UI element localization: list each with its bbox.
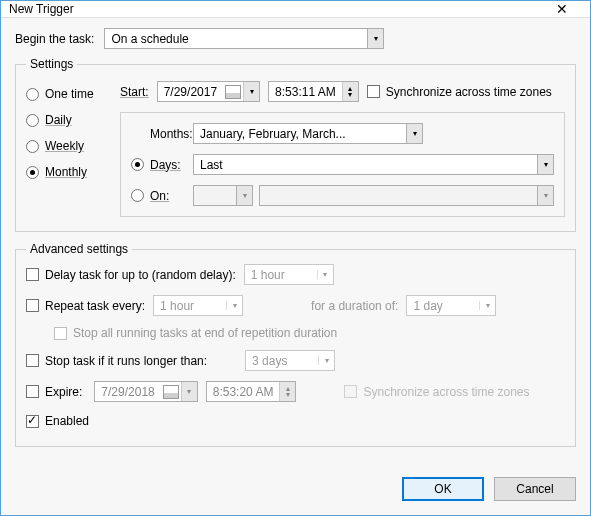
- radio-icon: [131, 158, 144, 171]
- chevron-down-icon: ▾: [537, 155, 553, 174]
- expire-row: Expire: 7/29/2018 ▾ 8:53:20 AM ▴▾ Synchr…: [26, 381, 565, 402]
- radio-icon: [26, 140, 39, 153]
- begin-task-label: Begin the task:: [15, 32, 94, 46]
- stop-if-label: Stop task if it runs longer than:: [45, 354, 207, 368]
- spinner-icon: ▴▾: [342, 82, 358, 101]
- delay-value: 1 hour: [245, 268, 317, 282]
- calendar-icon: [163, 385, 179, 399]
- stop-if-select[interactable]: 3 days ▾: [245, 350, 335, 371]
- advanced-group: Advanced settings Delay task for up to (…: [15, 242, 576, 447]
- sync-timezones-checkbox[interactable]: Synchronize across time zones: [367, 85, 552, 99]
- radio-icon: [26, 88, 39, 101]
- months-select[interactable]: January, February, March... ▾: [193, 123, 423, 144]
- stop-all-row: Stop all running tasks at end of repetit…: [54, 326, 565, 340]
- start-time-value: 8:53:11 AM: [269, 85, 342, 99]
- stop-all-checkbox: Stop all running tasks at end of repetit…: [54, 326, 337, 340]
- calendar-icon: [225, 85, 241, 99]
- stop-if-value: 3 days: [246, 354, 318, 368]
- radio-icon: [26, 114, 39, 127]
- checkbox-icon: [26, 299, 39, 312]
- months-label: Months:: [150, 127, 187, 141]
- duration-label: for a duration of:: [311, 299, 398, 313]
- radio-weekly[interactable]: Weekly: [26, 139, 106, 153]
- frequency-column: One time Daily Weekly Monthly: [26, 81, 106, 217]
- radio-on[interactable]: On:: [131, 189, 187, 203]
- checkbox-icon: [26, 354, 39, 367]
- dialog-buttons: OK Cancel: [1, 467, 590, 515]
- days-select[interactable]: Last ▾: [193, 154, 554, 175]
- repeat-checkbox[interactable]: Repeat task every:: [26, 299, 145, 313]
- close-icon[interactable]: ✕: [542, 1, 582, 17]
- chevron-down-icon: ▾: [479, 301, 495, 310]
- sync-timezones-2: Synchronize across time zones: [344, 385, 529, 399]
- settings-group: Settings One time Daily Weekly Monthly S…: [15, 57, 576, 232]
- settings-legend: Settings: [26, 57, 77, 71]
- titlebar: New Trigger ✕: [1, 1, 590, 18]
- expire-date-input[interactable]: 7/29/2018 ▾: [94, 381, 197, 402]
- checkbox-icon: [26, 268, 39, 281]
- repeat-row: Repeat task every: 1 hour ▾ for a durati…: [26, 295, 565, 316]
- checkbox-icon: [54, 327, 67, 340]
- enabled-checkbox[interactable]: Enabled: [26, 414, 89, 428]
- days-row: Days: Last ▾: [131, 154, 554, 175]
- repeat-value: 1 hour: [154, 299, 226, 313]
- chevron-down-icon: ▾: [537, 186, 553, 205]
- delay-label: Delay task for up to (random delay):: [45, 268, 236, 282]
- cancel-button[interactable]: Cancel: [494, 477, 576, 501]
- expire-checkbox[interactable]: Expire:: [26, 385, 82, 399]
- expire-time-value: 8:53:20 AM: [207, 385, 280, 399]
- stop-all-label: Stop all running tasks at end of repetit…: [73, 326, 337, 340]
- radio-icon: [26, 166, 39, 179]
- radio-monthly-label: Monthly: [45, 165, 87, 179]
- repeat-select[interactable]: 1 hour ▾: [153, 295, 243, 316]
- delay-checkbox[interactable]: Delay task for up to (random delay):: [26, 268, 236, 282]
- months-value: January, February, March...: [194, 127, 406, 141]
- duration-select[interactable]: 1 day ▾: [406, 295, 496, 316]
- delay-row: Delay task for up to (random delay): 1 h…: [26, 264, 565, 285]
- expire-date-value: 7/29/2018: [95, 385, 160, 399]
- spinner-icon: ▴▾: [279, 382, 295, 401]
- radio-daily-label: Daily: [45, 113, 72, 127]
- dialog-content: Begin the task: On a schedule ▾ Settings…: [1, 18, 590, 467]
- expire-time-input[interactable]: 8:53:20 AM ▴▾: [206, 381, 297, 402]
- radio-daily[interactable]: Daily: [26, 113, 106, 127]
- start-row: Start: 7/29/2017 ▾ 8:53:11 AM ▴▾ Synchro…: [120, 81, 565, 102]
- on-day-select[interactable]: ▾: [259, 185, 554, 206]
- radio-days[interactable]: Days:: [131, 158, 187, 172]
- monthly-subpanel: Months: January, February, March... ▾ Da…: [120, 112, 565, 217]
- begin-task-value: On a schedule: [105, 32, 367, 46]
- chevron-down-icon: ▾: [236, 186, 252, 205]
- chevron-down-icon: ▾: [406, 124, 422, 143]
- chevron-down-icon: ▾: [367, 29, 383, 48]
- delay-select[interactable]: 1 hour ▾: [244, 264, 334, 285]
- begin-task-select[interactable]: On a schedule ▾: [104, 28, 384, 49]
- start-label: Start:: [120, 85, 149, 99]
- settings-detail: Start: 7/29/2017 ▾ 8:53:11 AM ▴▾ Synchro…: [120, 81, 565, 217]
- radio-one-time[interactable]: One time: [26, 87, 106, 101]
- chevron-down-icon: ▾: [318, 356, 334, 365]
- chevron-down-icon: ▾: [243, 82, 259, 101]
- repeat-label: Repeat task every:: [45, 299, 145, 313]
- radio-weekly-label: Weekly: [45, 139, 84, 153]
- expire-label: Expire:: [45, 385, 82, 399]
- start-time-input[interactable]: 8:53:11 AM ▴▾: [268, 81, 359, 102]
- stop-if-checkbox[interactable]: Stop task if it runs longer than:: [26, 354, 207, 368]
- radio-monthly[interactable]: Monthly: [26, 165, 106, 179]
- stop-if-row: Stop task if it runs longer than: 3 days…: [26, 350, 565, 371]
- checkbox-icon: [26, 415, 39, 428]
- days-label: Days:: [150, 158, 187, 172]
- enabled-label: Enabled: [45, 414, 89, 428]
- enabled-row: Enabled: [26, 414, 565, 428]
- start-date-input[interactable]: 7/29/2017 ▾: [157, 81, 260, 102]
- chevron-down-icon: ▾: [317, 270, 333, 279]
- ok-button[interactable]: OK: [402, 477, 484, 501]
- radio-icon: [131, 189, 144, 202]
- advanced-legend: Advanced settings: [26, 242, 132, 256]
- on-week-select[interactable]: ▾: [193, 185, 253, 206]
- checkbox-icon: [344, 385, 357, 398]
- days-value: Last: [194, 158, 537, 172]
- radio-one-time-label: One time: [45, 87, 94, 101]
- chevron-down-icon: ▾: [181, 382, 197, 401]
- checkbox-icon: [26, 385, 39, 398]
- sync2-label: Synchronize across time zones: [363, 385, 529, 399]
